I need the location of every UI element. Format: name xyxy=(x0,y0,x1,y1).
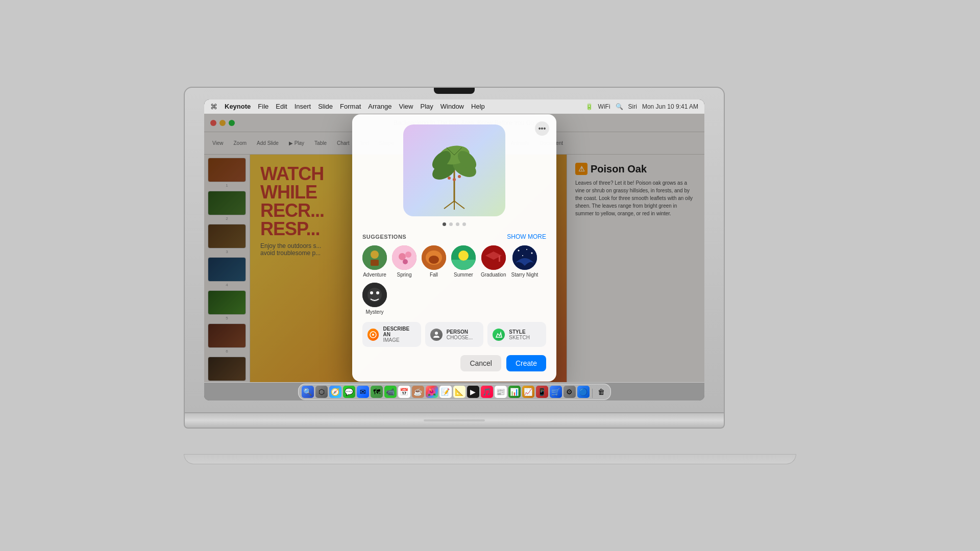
chip-mystery[interactable]: Mystery xyxy=(362,283,387,315)
person-option[interactable]: PERSON CHOOSE... xyxy=(425,322,484,347)
suggestions-label: SUGGESTIONS xyxy=(362,234,406,240)
dot-1[interactable] xyxy=(443,222,446,226)
create-button[interactable]: Create xyxy=(506,355,546,371)
dock-freeform[interactable]: 📐 xyxy=(453,386,465,398)
search-icon[interactable]: 🔍 xyxy=(616,103,623,110)
menu-view[interactable]: View xyxy=(399,103,413,110)
style-title: STYLE xyxy=(509,329,530,335)
person-subtitle: CHOOSE... xyxy=(447,335,473,340)
macbook-lid: ⌘ Keynote File Edit Insert Slide Format … xyxy=(184,87,725,413)
dock-messages[interactable]: 💬 xyxy=(343,386,355,398)
svg-point-41 xyxy=(435,332,438,335)
dock-reminders[interactable]: 📝 xyxy=(439,386,452,398)
dock-mirroring[interactable]: 📱 xyxy=(536,386,548,398)
wifi-icon: WiFi xyxy=(598,103,610,110)
chip-mystery-circle xyxy=(362,283,387,307)
style-subtitle: SKETCH xyxy=(509,335,530,340)
svg-point-18 xyxy=(399,253,406,260)
pagination-dots xyxy=(362,222,546,226)
svg-point-32 xyxy=(526,249,527,250)
dot-2[interactable] xyxy=(449,222,453,226)
option-pills: DESCRIBE AN IMAGE xyxy=(362,322,546,347)
person-title: PERSON xyxy=(447,329,473,335)
describe-title: DESCRIBE AN xyxy=(383,326,415,337)
dock-facetime[interactable]: 📹 xyxy=(384,386,397,398)
chip-spring-label: Spring xyxy=(397,272,412,278)
style-option[interactable]: STYLE SKETCH xyxy=(487,322,546,347)
plant-svg xyxy=(413,130,495,211)
dock-maps[interactable]: 🗺 xyxy=(371,386,383,398)
svg-point-31 xyxy=(518,250,519,252)
camera-notch xyxy=(434,88,475,94)
chip-spring[interactable]: Spring xyxy=(392,245,416,278)
dock-calendar[interactable]: 📅 xyxy=(398,386,410,398)
chip-fall-circle xyxy=(422,245,446,270)
chip-spring-circle xyxy=(392,245,416,270)
chip-graduation[interactable]: Graduation xyxy=(481,245,506,278)
dot-3[interactable] xyxy=(456,222,459,226)
dock-news[interactable]: 📰 xyxy=(495,386,507,398)
dialog-buttons: Cancel Create xyxy=(362,355,546,371)
dock-trash[interactable]: 🗑 xyxy=(595,386,607,398)
dock-profiles[interactable]: 🔵 xyxy=(577,386,590,398)
keynote-window: Backpacking In The Bay Area_Know Before … xyxy=(204,114,704,382)
macbook-shell: ⌘ Keynote File Edit Insert Slide Format … xyxy=(184,87,796,464)
screen-bezel: ⌘ Keynote File Edit Insert Slide Format … xyxy=(204,99,704,400)
dock-keynote[interactable]: 📈 xyxy=(522,386,534,398)
dock-appletv[interactable]: ▶ xyxy=(467,386,479,398)
screen-content: Backpacking In The Bay Area_Know Before … xyxy=(204,114,704,382)
siri-icon[interactable]: Siri xyxy=(628,103,637,110)
svg-rect-16 xyxy=(371,260,379,266)
image-generation-dialog: ••• xyxy=(352,114,556,382)
svg-rect-29 xyxy=(499,256,500,262)
chip-graduation-label: Graduation xyxy=(481,272,506,278)
svg-point-13 xyxy=(453,178,456,181)
dock-numbers[interactable]: 📊 xyxy=(508,386,521,398)
menu-file[interactable]: File xyxy=(258,103,268,110)
macbook-bottom xyxy=(184,413,725,429)
menu-window[interactable]: Window xyxy=(440,103,464,110)
dot-4[interactable] xyxy=(462,222,466,226)
chip-fall[interactable]: Fall xyxy=(422,245,446,278)
svg-point-12 xyxy=(458,175,461,178)
style-icon xyxy=(493,329,505,341)
dock-mail[interactable]: ✉ xyxy=(357,386,369,398)
menu-arrange[interactable]: Arrange xyxy=(368,103,391,110)
dock-safari[interactable]: 🧭 xyxy=(329,386,341,398)
chip-graduation-circle xyxy=(481,245,506,270)
dock-finder[interactable]: 🔍 xyxy=(302,386,314,398)
svg-point-26 xyxy=(458,251,469,261)
menu-format[interactable]: Format xyxy=(340,103,361,110)
dock-settings[interactable]: ⚙ xyxy=(564,386,576,398)
menu-insert[interactable]: Insert xyxy=(295,103,311,110)
svg-line-9 xyxy=(454,201,464,209)
menu-play[interactable]: Play xyxy=(420,103,433,110)
dock-appstore[interactable]: 🛒 xyxy=(550,386,562,398)
person-icon xyxy=(430,329,443,341)
chip-adventure[interactable]: Adventure xyxy=(362,245,387,278)
show-more-button[interactable]: SHOW MORE xyxy=(507,233,546,240)
svg-point-20 xyxy=(403,259,408,264)
apple-logo-icon[interactable]: ⌘ xyxy=(210,103,217,111)
app-name[interactable]: Keynote xyxy=(225,103,251,110)
cancel-button[interactable]: Cancel xyxy=(460,355,501,371)
dock-coffee[interactable]: ☕ xyxy=(412,386,424,398)
svg-point-33 xyxy=(531,253,532,254)
menu-bar: ⌘ Keynote File Edit Insert Slide Format … xyxy=(204,99,704,114)
more-options-button[interactable]: ••• xyxy=(535,121,549,136)
dock-container: 🔍 ⬡ 🧭 💬 ✉ 🗺 📹 📅 ☕ 🌺 📝 📐 ▶ 🎵 xyxy=(204,382,704,400)
chip-summer-label: Summer xyxy=(454,272,473,278)
menu-help[interactable]: Help xyxy=(471,103,485,110)
chip-summer[interactable]: Summer xyxy=(451,245,476,278)
dock-music[interactable]: 🎵 xyxy=(481,386,493,398)
dock-photos[interactable]: 🌺 xyxy=(426,386,438,398)
svg-point-23 xyxy=(429,256,439,264)
menu-slide[interactable]: Slide xyxy=(318,103,333,110)
chip-starry-night[interactable]: Starry Night xyxy=(511,245,538,278)
menu-edit[interactable]: Edit xyxy=(276,103,287,110)
dock-launchpad[interactable]: ⬡ xyxy=(315,386,328,398)
svg-line-8 xyxy=(444,201,454,209)
dock-divider xyxy=(592,389,593,398)
describe-option[interactable]: DESCRIBE AN IMAGE xyxy=(362,322,421,347)
style-chips-container: Adventure Spring xyxy=(362,245,546,315)
